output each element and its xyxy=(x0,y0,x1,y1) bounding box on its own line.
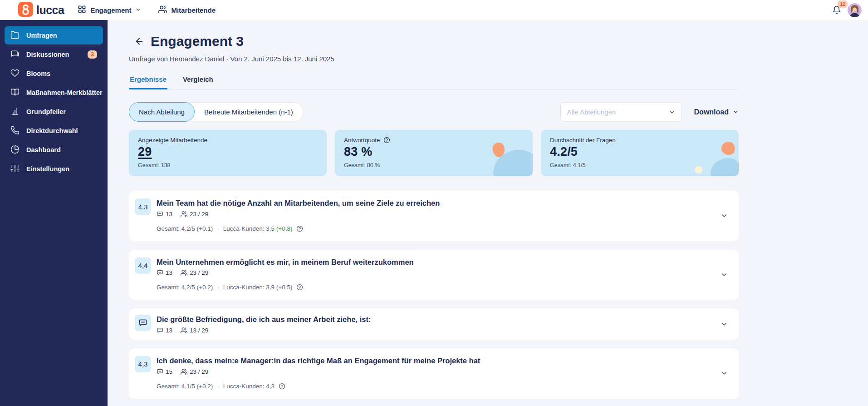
question-card: Die größte Befriedigung, die ich aus mei… xyxy=(129,308,739,340)
comment-icon xyxy=(157,327,163,334)
segment-betreute-mitarbeitenden[interactable]: Betreute Mitarbeitenden (n-1) xyxy=(185,102,304,122)
page-header: Engagement 3 xyxy=(129,34,739,49)
survey-subtitle: Umfrage von Hernandez Daniel · Von 2. Ju… xyxy=(129,55,739,63)
department-select[interactable]: Alle Abteilungen xyxy=(560,102,682,122)
sidebar-item-label: Direktdurchwahl xyxy=(26,127,78,134)
comment-icon xyxy=(157,269,163,276)
notification-count-badge: 12 xyxy=(838,0,848,8)
decorative-blob xyxy=(711,158,739,176)
segment-nach-abteilung[interactable]: Nach Abteilung xyxy=(129,102,195,122)
decorative-blob xyxy=(695,166,702,173)
help-icon[interactable] xyxy=(279,383,285,390)
gesamt-score: Gesamt: 4,2/5 (+0.2) xyxy=(157,284,213,291)
comments-count: 15 xyxy=(157,368,172,375)
sidebar-item-label: Grundpfeiler xyxy=(26,108,66,115)
nav-mitarbeitende[interactable]: Mitarbeitende xyxy=(158,5,216,15)
topbar: lucca Engagement Mitarbeitende 12 xyxy=(0,0,868,20)
lucca-wordmark: lucca xyxy=(36,4,64,17)
comments-count: 13 xyxy=(157,269,172,276)
gesamt-score: Gesamt: 4,2/5 (+0.1) xyxy=(157,225,213,232)
question-title: Ich denke, dass mein:e Manager:in das ri… xyxy=(157,356,707,366)
benchmark-score: Lucca-Kunden: 3,9 (+0.5) xyxy=(223,284,293,291)
nav-engagement[interactable]: Engagement xyxy=(78,5,141,15)
avatar-image xyxy=(848,3,862,17)
sidebar-item-massnahmen-merkblaetter[interactable]: Maßnahmen-Merkblätter xyxy=(5,84,103,102)
stat-value: 4.2/5 xyxy=(550,145,730,159)
separator-dot: · xyxy=(217,284,219,291)
top-navigation: Engagement Mitarbeitende xyxy=(78,5,216,15)
comment-question-badge xyxy=(135,315,151,331)
comment-icon xyxy=(138,318,147,327)
avatar[interactable] xyxy=(848,3,862,17)
sidebar-item-blooms[interactable]: Blooms xyxy=(5,64,103,83)
download-button[interactable]: Download xyxy=(694,108,739,116)
back-button[interactable] xyxy=(134,36,144,46)
sidebar-item-label: Einstellungen xyxy=(26,165,69,173)
sidebar-item-label: Umfragen xyxy=(26,32,57,39)
help-icon[interactable] xyxy=(296,284,303,291)
people-icon xyxy=(181,269,187,276)
question-card: 4,4 Mein Unternehmen ermöglicht es mir, … xyxy=(129,250,739,300)
question-card: 4,3 Mein Team hat die nötige Anzahl an M… xyxy=(129,191,739,241)
nav-engagement-label: Engagement xyxy=(90,6,131,14)
sidebar-item-einstellungen[interactable]: Einstellungen xyxy=(5,160,103,178)
heart-icon xyxy=(10,69,20,79)
sidebar-item-label: Blooms xyxy=(26,70,50,77)
topbar-right: 12 xyxy=(832,3,862,17)
people-icon xyxy=(181,368,187,375)
stat-card-durchschnitt: Durchschnitt der Fragen 4.2/5 Gesamt: 4.… xyxy=(541,130,739,176)
pie-chart-icon xyxy=(10,145,20,155)
bar-chart-icon xyxy=(10,107,20,117)
respondents-count: 23 / 29 xyxy=(181,269,208,276)
download-label: Download xyxy=(694,108,729,116)
department-select-placeholder: Alle Abteilungen xyxy=(567,108,616,116)
stat-label: Angezeigte Mitarbeitende xyxy=(138,137,318,144)
benchmark-delta: (+0.8) xyxy=(276,225,293,232)
help-icon[interactable] xyxy=(383,137,390,144)
filter-row: Nach Abteilung Betreute Mitarbeitenden (… xyxy=(129,102,739,122)
question-card: 4,3 Ich denke, dass mein:e Manager:in da… xyxy=(129,348,739,399)
sidebar-item-diskussionen[interactable]: Diskussionen 3 xyxy=(5,45,103,64)
expand-chevron-icon[interactable] xyxy=(721,212,728,219)
diskussionen-count-badge: 3 xyxy=(88,50,97,59)
comments-count: 13 xyxy=(157,327,172,334)
notifications-button[interactable]: 12 xyxy=(832,4,841,16)
sidebar-item-direktdurchwahl[interactable]: Direktdurchwahl xyxy=(5,122,103,140)
comments-count: 13 xyxy=(157,211,172,218)
comment-icon xyxy=(157,211,163,218)
score-badge: 4,4 xyxy=(135,257,151,274)
expand-chevron-icon[interactable] xyxy=(721,271,728,278)
expand-chevron-icon[interactable] xyxy=(721,321,728,328)
chevron-down-icon xyxy=(135,6,141,14)
people-icon xyxy=(158,5,167,15)
people-icon xyxy=(181,211,187,218)
sidebar: Umfragen Diskussionen 3 Blooms Maßnahmen… xyxy=(0,20,108,406)
lucca-logo[interactable]: lucca xyxy=(18,2,64,19)
stat-card-angezeigte-mitarbeitende: Angezeigte Mitarbeitende 29 Gesamt: 138 xyxy=(129,130,327,176)
stat-footnote: Gesamt: 138 xyxy=(138,162,318,168)
sidebar-item-label: Maßnahmen-Merkblätter xyxy=(26,89,103,96)
benchmark-score: Lucca-Kunden: 3,5 (+0.8) xyxy=(223,225,293,232)
phone-icon xyxy=(10,126,20,136)
sidebar-item-dashboard[interactable]: Dashboard xyxy=(5,141,103,159)
separator-dot: · xyxy=(217,225,219,232)
sidebar-item-grundpfeiler[interactable]: Grundpfeiler xyxy=(5,103,103,121)
benchmark-score: Lucca-Kunden: 4,3 xyxy=(223,383,275,390)
separator-dot: · xyxy=(217,383,219,390)
respondents-count: 23 / 29 xyxy=(181,211,208,218)
question-list: 4,3 Mein Team hat die nötige Anzahl an M… xyxy=(129,191,739,406)
help-icon[interactable] xyxy=(296,225,303,232)
chevron-down-icon xyxy=(669,109,675,115)
tab-ergebnisse[interactable]: Ergebnisse xyxy=(129,73,167,89)
stat-footnote: Gesamt: 4.1/5 xyxy=(550,162,730,168)
tab-vergleich[interactable]: Vergleich xyxy=(182,73,214,89)
expand-chevron-icon[interactable] xyxy=(721,370,728,377)
chevron-down-icon xyxy=(733,109,739,115)
page-title: Engagement 3 xyxy=(151,34,244,49)
sidebar-item-umfragen[interactable]: Umfragen xyxy=(5,26,103,45)
book-icon xyxy=(10,88,20,98)
stat-value[interactable]: 29 xyxy=(138,145,318,159)
gesamt-score: Gesamt: 4,1/5 (+0.2) xyxy=(157,383,213,390)
chat-icon xyxy=(10,50,20,60)
bell-icon xyxy=(832,8,841,16)
